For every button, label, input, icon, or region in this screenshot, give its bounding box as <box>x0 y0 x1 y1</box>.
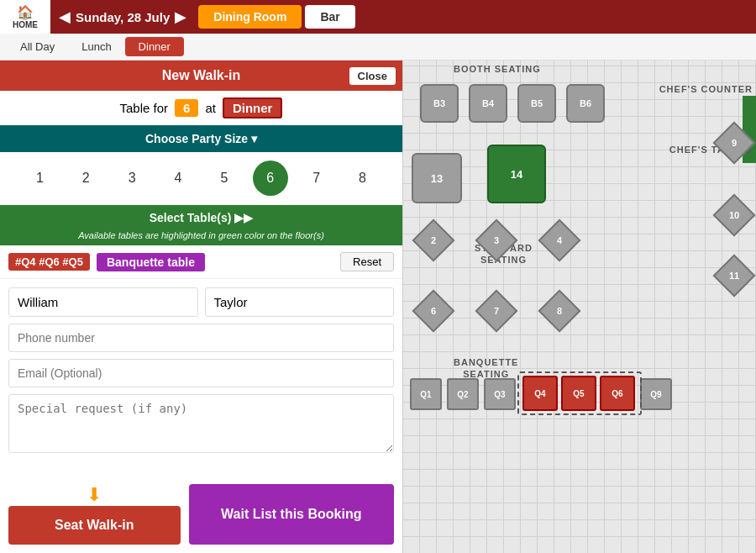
waitlist-button[interactable]: Wait List this Booking <box>189 484 395 545</box>
home-icon: 🏠 <box>17 4 34 20</box>
table-2-wrap[interactable]: 2 <box>412 219 455 262</box>
last-name-input[interactable] <box>205 287 395 317</box>
tab-dinner[interactable]: Dinner <box>125 37 184 56</box>
table-Q6[interactable]: Q6 <box>600 376 635 411</box>
home-button[interactable]: 🏠 HOME <box>0 0 50 34</box>
special-request-input[interactable] <box>8 394 394 453</box>
prev-date-button[interactable]: ◀ <box>59 8 71 26</box>
arrow-indicator: ⬇ <box>87 484 102 506</box>
tab-all-day[interactable]: All Day <box>7 37 68 56</box>
chefs-counter-label: CHEF'S COUNTER <box>659 84 753 94</box>
reset-button[interactable]: Reset <box>340 252 394 271</box>
date-display: Sunday, 28 July <box>76 10 170 24</box>
booth-seating-label: BOOTH SEATING <box>454 64 541 74</box>
party-size-2[interactable]: 2 <box>68 161 103 196</box>
table-B3[interactable]: B3 <box>420 84 459 123</box>
floor-plan: BOOTH SEATING B3 B4 B5 B6 CHEF'S COUNTER… <box>403 61 756 553</box>
table-Q1[interactable]: Q1 <box>410 378 442 410</box>
table-Q2[interactable]: Q2 <box>447 378 479 410</box>
table-3-wrap[interactable]: 3 <box>475 219 518 262</box>
select-tables-header: Select Table(s) ▶▶ <box>0 205 402 230</box>
table-Q5[interactable]: Q5 <box>561 376 596 411</box>
email-input[interactable] <box>8 359 394 387</box>
home-label: HOME <box>13 20 38 29</box>
table-13[interactable]: 13 <box>412 153 462 203</box>
left-panel: New Walk-in Close Table for 6 at Dinner … <box>0 61 403 553</box>
form-section <box>0 279 402 476</box>
at-label: at <box>205 101 216 115</box>
party-size-header: Choose Party Size ▾ <box>0 125 402 152</box>
selected-table-row: #Q4 #Q6 #Q5 Banquette table Reset <box>0 245 402 279</box>
table-Q3[interactable]: Q3 <box>484 378 516 410</box>
close-button[interactable]: Close <box>349 67 396 85</box>
bar-tab[interactable]: Bar <box>305 5 354 29</box>
dining-room-tab[interactable]: Dining Room <box>198 5 302 29</box>
first-name-input[interactable] <box>8 287 198 317</box>
seat-walkin-button[interactable]: Seat Walk-in <box>8 506 181 545</box>
table-4-wrap[interactable]: 4 <box>538 219 581 262</box>
table-Q9[interactable]: Q9 <box>640 378 672 410</box>
table-8-wrap[interactable]: 8 <box>538 289 581 333</box>
table-10-wrap[interactable]: 10 <box>712 193 756 237</box>
table-Q4[interactable]: Q4 <box>522 376 558 411</box>
party-size-8[interactable]: 8 <box>345 161 381 196</box>
table-11-wrap[interactable]: 11 <box>712 254 756 298</box>
next-date-button[interactable]: ▶ <box>175 8 186 26</box>
table-7-wrap[interactable]: 7 <box>475 289 518 333</box>
party-size-5[interactable]: 5 <box>207 161 242 196</box>
table-9-wrap[interactable]: 9 <box>712 121 756 165</box>
table-B6[interactable]: B6 <box>566 84 605 123</box>
party-size-grid: 1 2 3 4 5 6 7 8 <box>0 152 402 205</box>
table-type-badge: Banquette table <box>97 253 205 271</box>
party-size-6[interactable]: 6 <box>253 161 288 196</box>
party-size-4[interactable]: 4 <box>160 161 196 196</box>
party-size-1[interactable]: 1 <box>22 161 57 196</box>
select-tables-hint: Available tables are highlighted in gree… <box>0 230 402 245</box>
walkin-header: New Walk-in Close <box>0 61 402 91</box>
action-buttons-row: ⬇ Seat Walk-in Wait List this Booking <box>0 476 402 553</box>
table-for-number: 6 <box>175 99 198 117</box>
dinner-badge: Dinner <box>223 97 283 118</box>
party-size-3[interactable]: 3 <box>114 161 150 196</box>
table-B5[interactable]: B5 <box>517 84 556 123</box>
party-size-7[interactable]: 7 <box>299 161 334 196</box>
phone-input[interactable] <box>8 324 394 352</box>
selected-table-tag: #Q4 #Q6 #Q5 <box>8 253 90 271</box>
tab-lunch[interactable]: Lunch <box>68 37 124 56</box>
walkin-title: New Walk-in <box>162 68 241 83</box>
table-14[interactable]: 14 <box>487 145 546 203</box>
table-6-wrap[interactable]: 6 <box>412 289 455 333</box>
banquette-seating-label: BANQUETTESEATING <box>454 356 518 380</box>
table-for-label: Table for <box>120 101 169 115</box>
table-B4[interactable]: B4 <box>469 84 507 123</box>
